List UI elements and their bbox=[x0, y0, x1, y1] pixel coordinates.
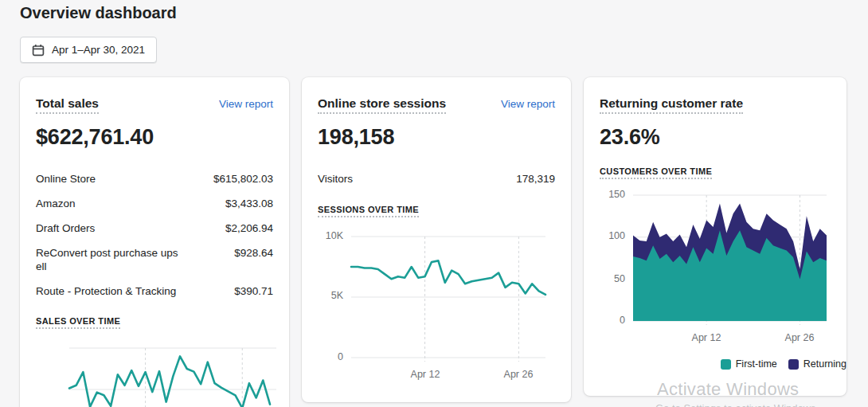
online-store-sessions-card: Online store sessions View report 198,15… bbox=[302, 77, 571, 402]
date-range-label: Apr 1–Apr 30, 2021 bbox=[52, 44, 145, 56]
total-sales-value: $622,761.40 bbox=[36, 125, 273, 150]
page-title: Overview dashboard bbox=[20, 4, 177, 22]
customers-over-time-section: CUSTOMERS OVER TIME 150 100 50 0 Apr 12 … bbox=[600, 162, 846, 393]
chart-legend: First-time Returning bbox=[721, 358, 846, 370]
returning-rate-title[interactable]: Returning customer rate bbox=[600, 96, 743, 114]
customers-stacked-area-chart bbox=[600, 189, 846, 331]
sessions-title[interactable]: Online store sessions bbox=[318, 96, 446, 114]
channel-value: $3,433.08 bbox=[225, 197, 273, 210]
calendar-icon bbox=[32, 44, 45, 57]
channel-value: $928.64 bbox=[234, 246, 273, 260]
list-item: Draft Orders $2,206.94 bbox=[36, 216, 273, 241]
returning-customer-rate-card: Returning customer rate 23.6% CUSTOMERS … bbox=[584, 77, 846, 396]
total-sales-card-body: Total sales View report $622,761.40 Onli… bbox=[20, 77, 289, 303]
legend-item-returning[interactable]: Returning bbox=[788, 358, 846, 370]
returning-rate-value: 23.6% bbox=[600, 125, 831, 150]
legend-item-first-time[interactable]: First-time bbox=[721, 358, 777, 370]
x-axis-tick: Apr 12 bbox=[681, 332, 732, 343]
sessions-card-body: Online store sessions View report 198,15… bbox=[302, 77, 571, 191]
visitors-value: 178,319 bbox=[516, 172, 555, 186]
channel-label: Draft Orders bbox=[36, 221, 95, 235]
visitors-label: Visitors bbox=[318, 172, 353, 186]
channel-label: Online Store bbox=[36, 172, 96, 186]
sessions-line-chart bbox=[318, 229, 571, 366]
list-item: Visitors 178,319 bbox=[318, 166, 555, 191]
metric-cards-row: Total sales View report $622,761.40 Onli… bbox=[20, 77, 846, 407]
returning-rate-header: Returning customer rate bbox=[600, 96, 831, 114]
sessions-over-time-heading[interactable]: SESSIONS OVER TIME bbox=[318, 205, 419, 217]
list-item: Amazon $3,433.08 bbox=[36, 191, 273, 216]
returning-swatch-icon bbox=[788, 359, 799, 370]
total-sales-title[interactable]: Total sales bbox=[36, 96, 99, 114]
channel-value: $390.71 bbox=[234, 284, 273, 298]
list-item: ReConvert post purchase upsell $928.64 bbox=[36, 241, 273, 279]
returning-rate-card-body: Returning customer rate 23.6% bbox=[584, 77, 846, 150]
x-axis-tick: Apr 26 bbox=[774, 332, 825, 343]
list-item: Online Store $615,802.03 bbox=[36, 166, 273, 191]
list-item: Route - Protection & Tracking $390.71 bbox=[36, 279, 273, 303]
channel-label: ReConvert post purchase upsell bbox=[36, 246, 181, 273]
sales-over-time-heading[interactable]: SALES OVER TIME bbox=[36, 316, 120, 329]
sessions-over-time-section: SESSIONS OVER TIME 10K 5K 0 Apr 12 Apr 2… bbox=[318, 201, 571, 402]
channel-value: $615,802.03 bbox=[213, 172, 273, 186]
sessions-value: 198,158 bbox=[318, 125, 555, 150]
channel-value: $2,206.94 bbox=[225, 221, 273, 235]
channel-label: Amazon bbox=[36, 197, 76, 210]
x-axis-tick: Apr 26 bbox=[493, 369, 544, 380]
total-sales-header: Total sales View report bbox=[36, 96, 273, 114]
x-axis-tick: Apr 12 bbox=[400, 369, 451, 380]
first-time-swatch-icon bbox=[721, 359, 731, 370]
sales-over-time-section: SALES OVER TIME 30K 20K bbox=[36, 312, 289, 407]
sales-channel-list: Online Store $615,802.03 Amazon $3,433.0… bbox=[36, 166, 273, 303]
total-sales-view-report-link[interactable]: View report bbox=[219, 98, 273, 110]
date-range-picker-button[interactable]: Apr 1–Apr 30, 2021 bbox=[20, 37, 157, 63]
legend-label: First-time bbox=[736, 358, 777, 370]
total-sales-card: Total sales View report $622,761.40 Onli… bbox=[20, 77, 289, 407]
sessions-view-report-link[interactable]: View report bbox=[501, 98, 555, 110]
customers-over-time-heading[interactable]: CUSTOMERS OVER TIME bbox=[600, 166, 712, 179]
sessions-header: Online store sessions View report bbox=[318, 96, 555, 114]
sales-line-chart bbox=[36, 336, 289, 407]
visitors-list: Visitors 178,319 bbox=[318, 166, 555, 191]
legend-label: Returning bbox=[803, 358, 846, 370]
channel-label: Route - Protection & Tracking bbox=[36, 284, 176, 298]
